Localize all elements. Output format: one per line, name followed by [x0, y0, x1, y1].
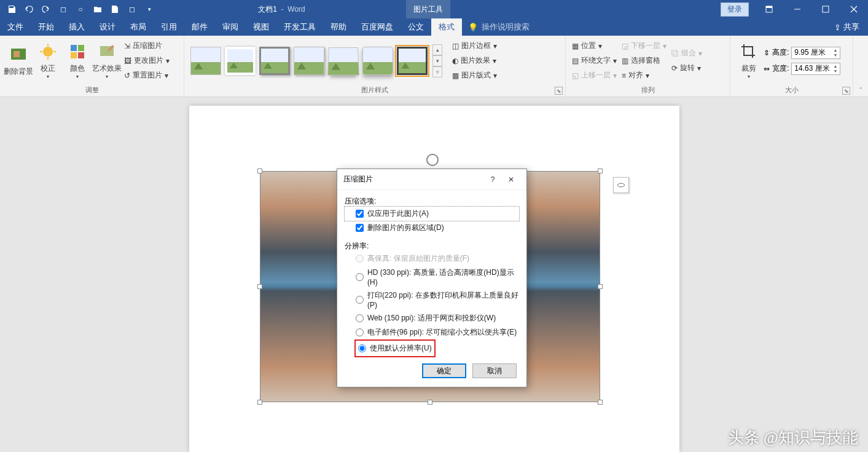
- style-thumb[interactable]: [294, 47, 324, 75]
- dialog-titlebar[interactable]: 压缩图片 ? ✕: [337, 169, 526, 190]
- tab-developer[interactable]: 开发工具: [276, 18, 323, 36]
- bring-forward-button: ◱上移一层 ▾: [569, 68, 619, 83]
- ok-button[interactable]: 确定: [422, 363, 466, 378]
- change-picture-button[interactable]: 🖼更改图片 ▾: [122, 54, 172, 68]
- tab-home[interactable]: 开始: [31, 18, 61, 36]
- style-thumb[interactable]: [259, 47, 290, 75]
- style-thumb[interactable]: [362, 47, 393, 75]
- qat-dropdown-icon[interactable]: ▾: [141, 1, 157, 17]
- collapse-ribbon-icon[interactable]: ˆ: [853, 36, 868, 97]
- minimize-icon[interactable]: [783, 0, 811, 18]
- tab-file[interactable]: 文件: [0, 18, 31, 36]
- picture-border-button[interactable]: ◫图片边框 ▾: [450, 39, 499, 54]
- gallery-more-icon[interactable]: ▿: [432, 66, 442, 77]
- ribbon-options-icon[interactable]: [755, 0, 783, 18]
- svg-rect-1: [766, 6, 772, 8]
- undo-icon[interactable]: [21, 1, 37, 17]
- radio-default[interactable]: 使用默认分辨率(U): [358, 341, 432, 355]
- gallery-down-icon[interactable]: ▾: [432, 55, 442, 66]
- resize-handle[interactable]: [598, 169, 603, 173]
- tab-insert[interactable]: 插入: [61, 18, 92, 36]
- picture-effects-button[interactable]: ◐图片效果 ▾: [450, 54, 499, 68]
- style-thumb-selected[interactable]: [397, 47, 428, 75]
- cancel-button[interactable]: 取消: [472, 363, 517, 378]
- radio-email[interactable]: 电子邮件(96 ppi): 尽可能缩小文档以便共享(E): [345, 325, 519, 339]
- qat-item[interactable]: ○: [72, 1, 88, 17]
- effects-icon: ◐: [452, 57, 458, 65]
- height-icon: ⇕: [764, 49, 770, 57]
- tab-baidu[interactable]: 百度网盘: [354, 18, 401, 36]
- resize-handle[interactable]: [257, 169, 262, 173]
- open-icon[interactable]: [90, 1, 106, 17]
- save-icon[interactable]: [4, 1, 20, 17]
- remove-background-button[interactable]: 删除背景: [4, 39, 33, 83]
- new-icon[interactable]: [107, 1, 123, 17]
- login-button[interactable]: 登录: [721, 2, 749, 17]
- checkbox-delete-crop[interactable]: 删除图片的剪裁区域(D): [345, 221, 519, 235]
- rotate-handle[interactable]: [426, 154, 439, 166]
- tell-me-search[interactable]: 💡 操作说明搜索: [462, 18, 536, 36]
- tab-layout[interactable]: 布局: [123, 18, 154, 36]
- radio-hd[interactable]: HD (330 ppi): 高质量, 适合高清晰度(HD)显示(H): [345, 266, 519, 288]
- tab-help[interactable]: 帮助: [323, 18, 354, 36]
- compress-pictures-dialog: 压缩图片 ? ✕ 压缩选项: 仅应用于此图片(A) 删除图片的剪裁区域(D) 分…: [337, 169, 527, 387]
- resize-handle[interactable]: [598, 284, 603, 289]
- contextual-tab-label: 图片工具: [406, 0, 450, 18]
- selection-pane-button[interactable]: ▥选择窗格: [619, 54, 669, 68]
- help-icon[interactable]: ?: [483, 171, 502, 188]
- rotate-button[interactable]: ⟳旋转 ▾: [669, 61, 705, 76]
- svg-rect-5: [14, 51, 20, 57]
- lightbulb-icon: 💡: [468, 23, 478, 32]
- tab-design[interactable]: 设计: [92, 18, 123, 36]
- svg-point-6: [43, 47, 53, 57]
- width-input[interactable]: 14.63 厘米▲▼: [791, 63, 840, 75]
- reset-icon: ↺: [124, 71, 130, 80]
- resize-handle[interactable]: [257, 400, 262, 405]
- ribbon: 删除背景 校正▾ 颜色▾ 艺术效果▾ ⇲压缩图片 🖼更改图片 ▾ ↺重置图片 ▾…: [0, 36, 868, 97]
- style-thumb[interactable]: [190, 47, 221, 75]
- forward-icon: ◱: [572, 71, 579, 80]
- picture-styles-gallery[interactable]: ▴ ▾ ▿: [188, 44, 445, 78]
- tab-gongwen[interactable]: 公文: [401, 18, 431, 36]
- svg-rect-12: [78, 45, 84, 51]
- maximize-icon[interactable]: [811, 0, 840, 18]
- dialog-launcher-icon[interactable]: ⬊: [842, 87, 850, 95]
- color-button[interactable]: 颜色▾: [63, 39, 92, 83]
- tab-references[interactable]: 引用: [154, 18, 184, 36]
- gallery-up-icon[interactable]: ▴: [432, 44, 442, 55]
- svg-rect-14: [78, 52, 84, 58]
- corrections-button[interactable]: 校正▾: [33, 39, 63, 83]
- close-icon[interactable]: ✕: [502, 171, 520, 188]
- reset-picture-button[interactable]: ↺重置图片 ▾: [122, 68, 172, 83]
- layout-options-button[interactable]: [613, 177, 629, 193]
- checkbox-only-this[interactable]: 仅应用于此图片(A): [345, 207, 519, 221]
- height-input[interactable]: 9.95 厘米▲▼: [791, 47, 840, 59]
- tab-format[interactable]: 格式: [431, 18, 462, 36]
- crop-button[interactable]: 裁剪▾: [734, 39, 764, 83]
- qat-item[interactable]: ◻: [55, 1, 71, 17]
- position-button[interactable]: ▦位置 ▾: [569, 39, 619, 54]
- send-backward-button: ◲下移一层 ▾: [619, 39, 669, 54]
- backward-icon: ◲: [622, 42, 628, 50]
- tab-view[interactable]: 视图: [246, 18, 276, 36]
- align-button[interactable]: ≡对齐 ▾: [619, 68, 669, 83]
- style-thumb[interactable]: [225, 47, 256, 75]
- resize-handle[interactable]: [257, 284, 262, 289]
- tab-mailings[interactable]: 邮件: [184, 18, 215, 36]
- resize-handle[interactable]: [598, 400, 603, 405]
- resize-handle[interactable]: [428, 400, 432, 405]
- wrap-text-button[interactable]: ▤环绕文字 ▾: [569, 54, 619, 68]
- section-label: 分辨率:: [345, 241, 519, 252]
- redo-icon[interactable]: [38, 1, 54, 17]
- compress-pictures-button[interactable]: ⇲压缩图片: [122, 39, 172, 54]
- style-thumb[interactable]: [327, 47, 359, 76]
- radio-print[interactable]: 打印(220 ppi): 在多数打印机和屏幕上质量良好(P): [345, 288, 519, 311]
- dialog-launcher-icon[interactable]: ⬊: [555, 87, 563, 95]
- close-icon[interactable]: [840, 0, 868, 18]
- qat-item[interactable]: ◻: [124, 1, 140, 17]
- share-button[interactable]: ⇪ 共享: [826, 18, 868, 36]
- tab-review[interactable]: 审阅: [215, 18, 246, 36]
- picture-layout-button[interactable]: ▦图片版式 ▾: [450, 68, 499, 83]
- artistic-effects-button[interactable]: 艺术效果▾: [92, 39, 122, 83]
- radio-web[interactable]: Web (150 ppi): 适用于网页和投影仪(W): [345, 311, 519, 325]
